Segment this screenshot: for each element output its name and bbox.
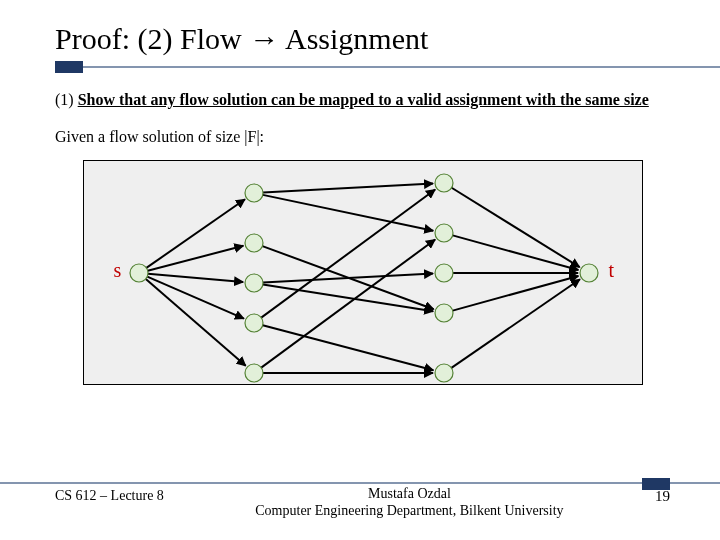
svg-point-26 bbox=[435, 224, 453, 242]
svg-line-4 bbox=[145, 279, 245, 366]
svg-line-15 bbox=[452, 235, 578, 270]
svg-line-6 bbox=[262, 195, 432, 231]
svg-line-14 bbox=[451, 188, 579, 267]
claim-prefix: (1) bbox=[55, 91, 78, 108]
footer-affiliation: Computer Engineering Department, Bilkent… bbox=[255, 503, 563, 520]
footer: CS 612 – Lecture 8 Mustafa Ozdal Compute… bbox=[0, 482, 720, 520]
svg-point-23 bbox=[245, 314, 263, 332]
source-label: s bbox=[114, 259, 122, 282]
svg-line-1 bbox=[147, 246, 243, 271]
footer-left: CS 612 – Lecture 8 bbox=[55, 484, 164, 504]
svg-line-2 bbox=[147, 274, 242, 282]
flow-svg bbox=[84, 161, 644, 386]
svg-point-29 bbox=[435, 364, 453, 382]
svg-point-20 bbox=[245, 184, 263, 202]
sink-label: t bbox=[609, 259, 615, 282]
svg-line-3 bbox=[147, 277, 244, 319]
svg-point-28 bbox=[435, 304, 453, 322]
given-line: Given a flow solution of size |F|: bbox=[55, 128, 670, 146]
svg-point-27 bbox=[435, 264, 453, 282]
svg-line-8 bbox=[262, 274, 432, 283]
footer-author: Mustafa Ozdal bbox=[255, 486, 563, 503]
svg-point-25 bbox=[435, 174, 453, 192]
svg-point-22 bbox=[245, 274, 263, 292]
title-rule bbox=[55, 66, 720, 68]
svg-point-19 bbox=[130, 264, 148, 282]
svg-point-30 bbox=[580, 264, 598, 282]
flow-graph: s t bbox=[83, 160, 643, 385]
page-title: Proof: (2) Flow → Assignment bbox=[55, 22, 720, 56]
svg-point-24 bbox=[245, 364, 263, 382]
claim-line: (1) Show that any flow solution can be m… bbox=[55, 90, 670, 110]
footer-accent bbox=[642, 478, 670, 490]
footer-center: Mustafa Ozdal Computer Engineering Depar… bbox=[255, 484, 563, 520]
claim-text: Show that any flow solution can be mappe… bbox=[78, 91, 649, 108]
svg-point-21 bbox=[245, 234, 263, 252]
svg-line-5 bbox=[262, 184, 432, 193]
